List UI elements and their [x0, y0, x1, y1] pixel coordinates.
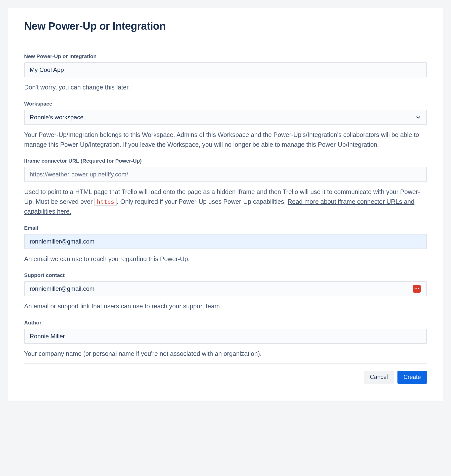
support-help: An email or support link that users can … [24, 301, 427, 311]
chevron-down-icon [415, 114, 421, 120]
field-group-workspace: Workspace Ronnie's workspace Your Power-… [24, 101, 427, 150]
cancel-button[interactable]: Cancel [364, 371, 394, 384]
page-title: New Power-Up or Integration [24, 20, 427, 32]
email-help: An email we can use to reach you regardi… [24, 254, 427, 264]
iframe-help-post: . Only required if your Power-Up uses Po… [117, 198, 288, 205]
author-help: Your company name (or personal name if y… [24, 349, 427, 359]
iframe-help-code: https [94, 198, 117, 206]
button-row: Cancel Create [24, 371, 427, 384]
field-group-email: Email An email we can use to reach you r… [24, 225, 427, 264]
support-input[interactable] [24, 281, 427, 296]
name-input[interactable] [24, 62, 427, 77]
form-card: New Power-Up or Integration New Power-Up… [8, 8, 443, 401]
email-input[interactable] [24, 234, 427, 249]
support-input-wrap [24, 281, 427, 296]
field-group-name: New Power-Up or Integration Don't worry,… [24, 53, 427, 92]
email-label: Email [24, 225, 427, 231]
field-group-support: Support contact An email or support link… [24, 272, 427, 311]
author-input[interactable] [24, 329, 427, 344]
field-group-author: Author Your company name (or personal na… [24, 320, 427, 359]
support-label: Support contact [24, 272, 427, 278]
password-manager-icon[interactable] [413, 285, 421, 293]
workspace-help: Your Power-Up/Integration belongs to thi… [24, 130, 427, 150]
workspace-select[interactable]: Ronnie's workspace [24, 110, 427, 125]
iframe-help: Used to point to a HTML page that Trello… [24, 187, 427, 216]
create-button[interactable]: Create [397, 371, 427, 384]
name-help: Don't worry, you can change this later. [24, 82, 427, 92]
field-group-iframe: Iframe connector URL (Required for Power… [24, 158, 427, 216]
divider [24, 43, 427, 43]
name-label: New Power-Up or Integration [24, 53, 427, 59]
iframe-label: Iframe connector URL (Required for Power… [24, 158, 427, 164]
workspace-label: Workspace [24, 101, 427, 107]
author-label: Author [24, 320, 427, 326]
iframe-input[interactable] [24, 167, 427, 182]
divider-bottom [24, 363, 427, 364]
workspace-selected-value: Ronnie's workspace [30, 114, 83, 121]
